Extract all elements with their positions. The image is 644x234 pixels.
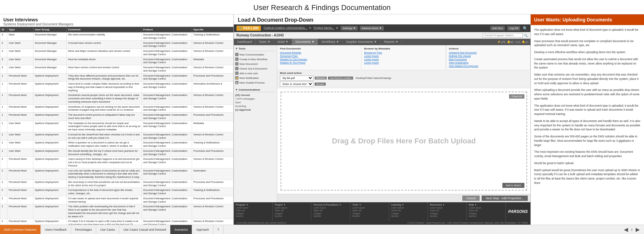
action-waiting-approval[interactable]: View Waiting For Approval <box>449 65 527 68</box>
app-nav-footer: Program ▼ Lorem IpsumSitare setCatagesNe… <box>234 202 530 221</box>
nav-footer-tools-content: Lorem IpsumSitare setCatagesNexthot <box>352 207 387 218</box>
lorem-ipsum-1[interactable]: Lorem Ipsum <box>364 54 443 57</box>
search-submit-icon[interactable]: 🔍 <box>524 34 528 37</box>
table-cell: Perceived Need <box>7 188 33 196</box>
most-used-title: Most used action <box>280 72 528 75</box>
nav-footer-program[interactable]: Program ▼ Lorem IpsumSitare setCatagesNe… <box>234 202 273 221</box>
table-cell: Perceived Need <box>7 168 33 180</box>
search-icon[interactable]: 🔍 <box>523 26 528 31</box>
browse-by-type[interactable]: Browse by Type <box>364 51 443 54</box>
cancel-button[interactable]: Cancel <box>462 196 480 201</box>
tab-supplier-docs[interactable]: Supplier Documents ▼ <box>343 39 380 45</box>
table-row: 3WantDocument ManagerWe need communicati… <box>0 32 233 41</box>
table-cell: Systems Deployment <box>33 121 67 132</box>
doc-link-related-project[interactable]: Related To The Project <box>280 61 358 64</box>
tab-tasks[interactable]: Tasks ▼ <box>256 39 274 45</box>
table-cell: Systems Deployment <box>33 180 67 188</box>
footer-btn-bar: Cancel Next Step - Add Properties... <box>277 194 530 202</box>
table-cell: 1 <box>0 73 7 82</box>
tool-add-user[interactable]: + Add a new user <box>235 71 276 76</box>
tool-label-new-notification: New Notification <box>239 77 259 80</box>
nav-footer-tools[interactable]: Tools ▼ Lorem IpsumSitare setCatagesNext… <box>350 202 389 221</box>
join-doc-button[interactable]: Join Doc <box>490 26 505 30</box>
table-cell: Systems Deployment <box>33 93 67 104</box>
actions-col: Actions Upload A New Document Multiple F… <box>446 45 530 70</box>
doc-link-register[interactable]: Document Register <box>280 51 358 54</box>
clear-all-button[interactable]: Clear All <box>509 94 524 99</box>
choose-row: Enter or choose item Browse <box>280 82 528 87</box>
comms-sent[interactable]: Sent <box>235 101 276 104</box>
settings-button[interactable]: Settings ▼ <box>341 26 358 30</box>
nav-link-project[interactable]: Project Name... <box>314 26 334 30</box>
nav-footer-project[interactable]: Project ▼ Lorem IpsumSitare setCatagesNe… <box>273 202 311 221</box>
table-cell: Tracking & Notifications <box>192 140 233 149</box>
tool-new-document[interactable]: + New Document <box>235 62 276 66</box>
comms-incoming[interactable]: Incoming <box>235 104 276 108</box>
table-cell: 3 <box>0 57 7 65</box>
next-step-button[interactable]: Next Step - Add Properties... <box>482 196 528 201</box>
search-input[interactable] <box>483 33 523 37</box>
tool-create-workflow[interactable]: + Create A New Workflow <box>235 57 276 62</box>
comms-unread[interactable]: (25) Unread <box>235 93 276 97</box>
nav-link-faa[interactable]: Federal Aviation Administration... <box>264 26 307 30</box>
tool-new-communication[interactable]: + New Communication <box>235 52 276 57</box>
find-docs-title: Find Documents <box>280 47 358 50</box>
tool-new-notification[interactable]: 🔔 New Notification <box>235 76 276 80</box>
par-link-logo-text: PAR-LINK <box>243 26 259 30</box>
tab-email[interactable]: eMail ▼ <box>274 39 292 45</box>
nav-footer-procedures[interactable]: Process & Procedures ▼ Lorem IpsumSitare… <box>311 202 350 221</box>
action-bulk-processing[interactable]: Bulk Processing <box>449 58 527 61</box>
tab-percentages[interactable]: Percentages <box>71 225 97 234</box>
browse-button[interactable]: Browse <box>315 83 326 86</box>
tab-use-cases-casual[interactable]: Use Cases Casual and Dressed <box>119 225 170 234</box>
prev-page-button[interactable]: ◀ <box>623 226 629 233</box>
table-cell: Document Management, Customization and S… <box>142 104 192 113</box>
doc-link-related-program[interactable]: Related To The Program <box>280 58 358 61</box>
nav-footer-learning[interactable]: Learning ▼ Lorem IpsumOnline setCatagesN… <box>389 202 428 221</box>
choose-item-select[interactable]: Enter or choose item <box>280 82 313 87</box>
table-cell: Perceived Need <box>7 82 33 93</box>
tab-scenarios[interactable]: Scenarios <box>170 225 192 234</box>
doc-link-temporary[interactable]: Temporary Files <box>280 54 358 57</box>
tab-approach[interactable]: Approach <box>192 225 213 234</box>
log-off-button[interactable]: Log Off <box>507 26 520 30</box>
lorem-ipsum-3[interactable]: Lorem Ipsum <box>364 61 443 64</box>
nav-footer-help[interactable]: Help ▼ Lorem IpsumSitare setCatagesNexth… <box>467 202 505 221</box>
address-book-button[interactable]: Address Book ▼ <box>360 26 384 30</box>
browse-metadata-title: Browse by Metadata <box>364 47 443 50</box>
tab-users-feedback[interactable]: Users Feedback <box>41 225 71 234</box>
file-select[interactable]: My file.pdf <box>280 76 313 81</box>
table-cell: Perceived Need <box>7 73 33 82</box>
add-batch-button[interactable]: Add to Batch <box>502 183 524 188</box>
action-upload-new[interactable]: Upload A New Document <box>449 51 527 54</box>
lorem-ipsum-2[interactable]: Lorem Ipsum <box>364 58 443 61</box>
project-bar: Runway Construction - A1043 🔍 <box>234 32 530 39</box>
table-cell: Document Management, Customization and S… <box>142 219 192 225</box>
action-multiple-upload[interactable]: Multiple File Upload <box>449 54 527 57</box>
tab-dms-common-features[interactable]: DMS Common Features <box>0 225 41 234</box>
tab-reports[interactable]: Reports ▼ <box>381 39 402 45</box>
tab-dashboard[interactable]: Dashboard <box>234 39 256 45</box>
tab-use-cases[interactable]: Use Cases <box>96 225 119 234</box>
comms-approval[interactable]: (1) Approval <box>235 108 276 112</box>
tab-workflows[interactable]: Workflows ▼ <box>318 39 343 45</box>
table-cell: 3 <box>0 65 7 74</box>
tab-documents[interactable]: Documents ▼ <box>292 39 318 45</box>
tool-guided-process[interactable]: ▶ New Guided Process <box>235 80 276 85</box>
remove-button[interactable]: Remove <box>315 77 327 80</box>
table-cell: Document Management, Customization and S… <box>142 180 192 188</box>
tab-t[interactable]: T <box>213 225 224 234</box>
use-recent-location-button[interactable]: Use Recent Location <box>328 77 353 80</box>
table-cell: User Want <box>7 40 33 49</box>
tool-check-out[interactable]: ↓ Check Out A Document <box>235 66 276 71</box>
nav-footer-resources[interactable]: Resources ▼ Lorem IpsumSitare setCatages… <box>428 202 467 221</box>
table-cell: Tracking & Notifications <box>192 188 233 196</box>
upload-area[interactable]: Clear All Drag & Drop Files Here For Bat… <box>281 92 527 191</box>
next-page-button[interactable]: ▶ <box>635 226 641 233</box>
table-row: 1Perceived NeedSystems DeploymentThe doc… <box>0 113 233 121</box>
nav-divider-2: ▶ <box>336 26 339 30</box>
action-view-outstanding[interactable]: View Outstanding <box>449 61 527 64</box>
tab-bar: Dashboard Tasks ▼ eMail ▼ Documents ▼ Wo… <box>234 39 530 45</box>
table-cell: 1 <box>0 132 7 140</box>
location-display: Desktop/Folder Name/Drawings <box>356 77 391 80</box>
